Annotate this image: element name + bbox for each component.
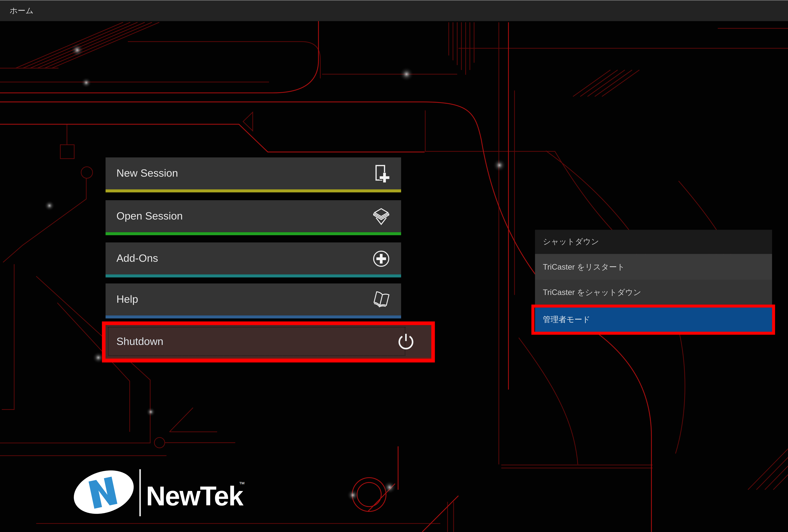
new-session-page-plus-icon [372, 164, 391, 183]
ndi-logo: NDI ® [786, 469, 788, 520]
add-ons-underline [105, 274, 401, 277]
context-item-shutdown-tricaster[interactable]: TriCaster をシャットダウン [535, 280, 772, 304]
home-tab-label: ホーム [9, 1, 34, 21]
shutdown-button[interactable]: Shutdown [105, 325, 431, 359]
shutdown-underline [105, 358, 431, 359]
newtek-divider [139, 469, 141, 516]
new-session-underline [105, 190, 401, 192]
newtek-tm: ™ [239, 480, 245, 487]
shutdown-label: Shutdown [116, 325, 163, 358]
context-item-admin-mode[interactable]: 管理者モード [535, 308, 772, 332]
open-book-icon [372, 290, 391, 309]
help-underline [105, 315, 401, 318]
top-bar: ホーム NDI KVM [0, 0, 788, 21]
add-ons-button[interactable]: Add-Ons [105, 242, 401, 277]
power-icon [396, 332, 415, 352]
context-menu-header: シャットダウン [535, 230, 772, 254]
circle-plus-icon [372, 249, 391, 268]
help-button[interactable]: Help [105, 283, 401, 318]
newtek-wordmark: NewTek [146, 481, 243, 511]
open-session-label: Open Session [116, 200, 183, 232]
help-label: Help [116, 283, 138, 315]
newtek-logo: NewTek ™ [71, 466, 258, 521]
open-box-layers-icon [372, 207, 391, 226]
tricaster-home-screen: ホーム NDI KVM New Session Open Session [0, 0, 788, 532]
new-session-label: New Session [116, 157, 178, 190]
open-session-underline [105, 232, 401, 235]
new-session-button[interactable]: New Session [105, 157, 401, 192]
add-ons-label: Add-Ons [116, 242, 158, 275]
open-session-button[interactable]: Open Session [105, 200, 401, 235]
context-item-restart-tricaster[interactable]: TriCaster をリスタート [535, 254, 772, 280]
ndi-wordmark: NDI [786, 474, 788, 517]
